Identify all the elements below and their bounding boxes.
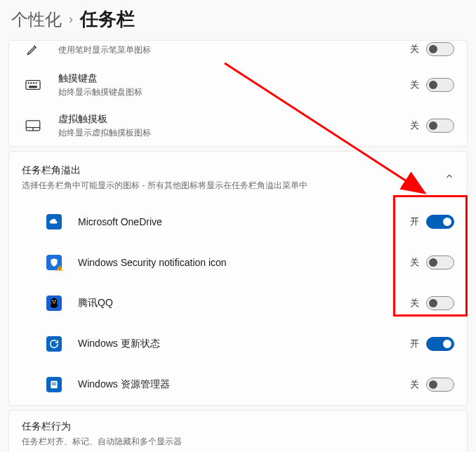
row-touchkb-state: 关 xyxy=(408,79,419,91)
svg-point-3 xyxy=(33,83,34,84)
explorer-icon xyxy=(46,377,62,392)
taskbar-overflow-panel: 任务栏角溢出 选择任务栏角中可能显示的图标 - 所有其他图标将显示在任务栏角溢出… xyxy=(8,151,468,406)
breadcrumb-parent[interactable]: 个性化 xyxy=(11,8,62,31)
update-icon xyxy=(46,336,62,352)
overflow-item-winsec[interactable]: Windows Security notification icon 关 xyxy=(9,242,467,283)
shield-icon xyxy=(46,255,62,270)
breadcrumb: 个性化 › 任务栏 xyxy=(0,0,476,41)
row-touchkb-sub: 始终显示触摸键盘图标 xyxy=(58,86,408,98)
overflow-qq-toggle[interactable] xyxy=(426,296,454,310)
svg-rect-0 xyxy=(26,81,40,90)
overflow-section-header[interactable]: 任务栏角溢出 选择任务栏角中可能显示的图标 - 所有其他图标将显示在任务栏角溢出… xyxy=(9,152,467,201)
svg-point-2 xyxy=(31,83,32,84)
overflow-onedrive-toggle[interactable] xyxy=(426,215,454,229)
svg-rect-10 xyxy=(60,270,60,270)
row-pen-menu[interactable]: 使用笔时显示笔菜单图标 关 xyxy=(9,41,467,65)
svg-rect-17 xyxy=(52,383,56,383)
row-touchkb-title: 触摸键盘 xyxy=(58,72,408,85)
overflow-item-qq[interactable]: 腾讯QQ 关 xyxy=(9,283,467,324)
row-vtouchpad-state: 关 xyxy=(408,119,419,132)
behavior-sub: 任务栏对齐、标记、自动隐藏和多个显示器 xyxy=(22,436,454,448)
svg-point-15 xyxy=(53,303,55,304)
onedrive-icon xyxy=(46,214,62,230)
svg-rect-5 xyxy=(29,86,37,88)
overflow-winupd-state: 开 xyxy=(408,338,419,350)
row-vtouchpad-sub: 始终显示虚拟触摸板图标 xyxy=(58,127,408,139)
overflow-explorer-toggle[interactable] xyxy=(426,378,454,392)
behavior-title: 任务栏行为 xyxy=(22,420,454,433)
svg-point-12 xyxy=(51,303,58,308)
overflow-explorer-label: Windows 资源管理器 xyxy=(78,378,408,391)
overflow-onedrive-state: 开 xyxy=(408,215,419,228)
svg-rect-18 xyxy=(52,384,56,385)
row-touchkb-toggle[interactable] xyxy=(426,78,454,92)
keyboard-icon xyxy=(22,79,44,91)
overflow-item-onedrive[interactable]: Microsoft OneDrive 开 xyxy=(9,201,467,242)
overflow-title: 任务栏角溢出 xyxy=(22,164,444,177)
row-pen-state: 关 xyxy=(408,43,419,55)
svg-point-4 xyxy=(36,83,37,84)
overflow-winsec-label: Windows Security notification icon xyxy=(78,257,408,268)
overflow-onedrive-label: Microsoft OneDrive xyxy=(78,216,408,227)
overflow-item-winupd[interactable]: Windows 更新状态 开 xyxy=(9,324,467,364)
overflow-sub: 选择任务栏角中可能显示的图标 - 所有其他图标将显示在任务栏角溢出菜单中 xyxy=(22,180,444,192)
row-touch-keyboard[interactable]: 触摸键盘 始终显示触摸键盘图标 关 xyxy=(9,65,467,105)
taskbar-corner-icons-panel: 使用笔时显示笔菜单图标 关 触摸键盘 始终显示触摸键盘图标 关 虚拟触摸板 始终… xyxy=(8,40,468,147)
pen-icon xyxy=(22,42,44,56)
overflow-item-explorer[interactable]: Windows 资源管理器 关 xyxy=(9,364,467,405)
overflow-qq-label: 腾讯QQ xyxy=(78,297,408,310)
row-vtouchpad-toggle[interactable] xyxy=(426,119,454,133)
breadcrumb-current: 任务栏 xyxy=(80,7,135,32)
row-pen-sub: 使用笔时显示笔菜单图标 xyxy=(58,44,408,56)
overflow-winsec-state: 关 xyxy=(408,256,419,269)
overflow-winupd-label: Windows 更新状态 xyxy=(78,338,408,350)
touchpad-icon xyxy=(22,120,44,131)
svg-point-14 xyxy=(55,300,56,301)
svg-point-1 xyxy=(28,83,29,84)
overflow-winsec-toggle[interactable] xyxy=(426,255,454,270)
row-vtouchpad-title: 虚拟触摸板 xyxy=(58,113,408,126)
qq-icon xyxy=(46,295,62,311)
overflow-explorer-state: 关 xyxy=(408,378,419,391)
row-pen-toggle[interactable] xyxy=(426,42,454,56)
row-virtual-touchpad[interactable]: 虚拟触摸板 始终显示虚拟触摸板图标 关 xyxy=(9,105,467,146)
overflow-winupd-toggle[interactable] xyxy=(426,337,454,351)
chevron-up-icon xyxy=(444,171,454,181)
taskbar-behavior-panel[interactable]: 任务栏行为 任务栏对齐、标记、自动隐藏和多个显示器 xyxy=(8,410,468,452)
svg-point-13 xyxy=(52,300,53,301)
svg-rect-9 xyxy=(60,267,60,270)
overflow-qq-state: 关 xyxy=(408,297,419,310)
breadcrumb-separator: › xyxy=(69,12,73,27)
